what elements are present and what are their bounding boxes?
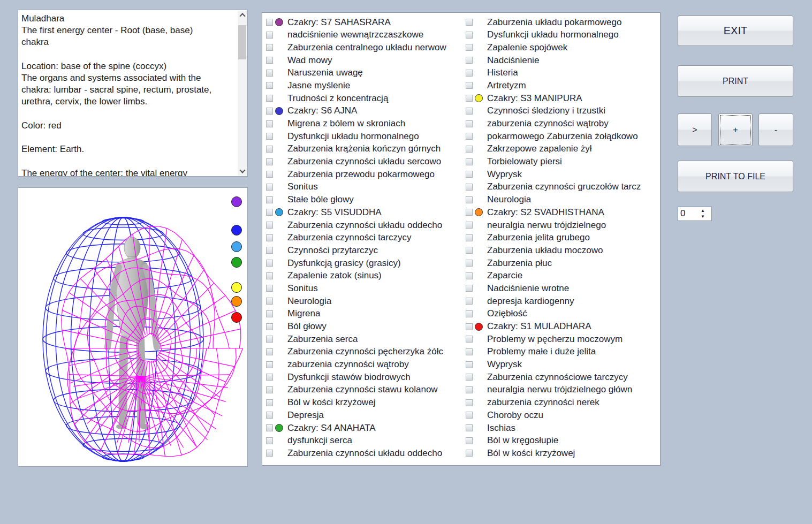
symptom-row[interactable]: Problemy małe i duże jelita bbox=[462, 346, 659, 359]
symptom-row[interactable]: Stałe bóle głowy bbox=[263, 194, 462, 207]
symptom-row[interactable]: Jasne myślenie bbox=[263, 79, 462, 92]
checkbox[interactable] bbox=[266, 285, 273, 292]
checkbox[interactable] bbox=[266, 323, 273, 330]
checkbox[interactable] bbox=[466, 32, 473, 39]
symptom-row[interactable]: Migrena bbox=[263, 308, 462, 321]
symptom-row[interactable]: Neurologia bbox=[263, 295, 462, 308]
info-scrollbar[interactable] bbox=[238, 11, 247, 176]
checkbox[interactable] bbox=[466, 44, 473, 51]
symptom-row[interactable]: Zaburzenia czynności układu oddecho bbox=[263, 219, 462, 232]
symptom-row[interactable]: Zaburzenia serca bbox=[263, 333, 462, 346]
print-to-file-button[interactable]: PRINT TO FILE bbox=[678, 161, 793, 192]
checkbox[interactable] bbox=[466, 171, 473, 178]
next-button[interactable]: > bbox=[678, 113, 712, 146]
checkbox[interactable] bbox=[266, 437, 273, 444]
symptom-row[interactable]: Zaburzenia jelita grubego bbox=[462, 232, 659, 245]
checkbox[interactable] bbox=[466, 323, 473, 330]
checkbox[interactable] bbox=[466, 247, 473, 254]
symptom-row[interactable]: zaburzenia czynności wątroby bbox=[263, 359, 462, 371]
symptom-row[interactable]: Zaburzenia czynności układu sercowo bbox=[263, 156, 462, 169]
symptom-row[interactable]: zaburzenia czynności nerek bbox=[462, 397, 659, 409]
symptom-row[interactable]: Ból w kręgosłupie bbox=[462, 435, 659, 447]
checkbox[interactable] bbox=[266, 82, 273, 89]
print-button[interactable]: PRINT bbox=[678, 65, 793, 97]
checkbox[interactable] bbox=[466, 184, 473, 191]
symptom-checklist[interactable]: Czakry: S7 SAHASRARAnadciśnienie wewnątr… bbox=[262, 12, 661, 466]
checkbox[interactable] bbox=[466, 133, 473, 140]
checkbox[interactable] bbox=[266, 108, 273, 115]
checkbox[interactable] bbox=[266, 272, 273, 279]
checkbox[interactable] bbox=[466, 209, 473, 216]
chakra-header-row[interactable]: Czakry: S1 MULADHARA bbox=[462, 321, 659, 333]
checkbox[interactable] bbox=[266, 348, 273, 355]
checkbox[interactable] bbox=[266, 361, 273, 368]
symptom-row[interactable]: neuralgia nerwu trójdzielnego główn bbox=[462, 384, 659, 397]
checkbox[interactable] bbox=[466, 272, 473, 279]
chakra-header-row[interactable]: Czakry: S7 SAHASRARA bbox=[263, 16, 462, 29]
symptom-row[interactable]: Dysfunkcji układu hormonalnego bbox=[462, 29, 659, 42]
exit-button[interactable]: EXIT bbox=[678, 16, 793, 46]
checkbox[interactable] bbox=[466, 399, 473, 406]
scrollbar-thumb[interactable] bbox=[238, 25, 246, 59]
symptom-row[interactable]: Wyprysk bbox=[462, 359, 659, 371]
symptom-row[interactable]: dysfunkcji serca bbox=[263, 435, 462, 447]
checkbox[interactable] bbox=[266, 247, 273, 254]
symptom-row[interactable]: Choroby oczu bbox=[462, 409, 659, 422]
checkbox[interactable] bbox=[466, 336, 473, 343]
symptom-row[interactable]: Wad mowy bbox=[263, 54, 462, 67]
checkbox[interactable] bbox=[266, 209, 273, 216]
symptom-row[interactable]: Torbielowaty piersi bbox=[462, 156, 659, 169]
symptom-row[interactable]: Problemy w pęcherzu moczowym bbox=[462, 333, 659, 346]
symptom-row[interactable]: Oziębłość bbox=[462, 308, 659, 321]
checkbox[interactable] bbox=[266, 171, 273, 178]
symptom-row[interactable]: Zapalenie spojówek bbox=[462, 41, 659, 54]
checkbox[interactable] bbox=[466, 120, 473, 127]
checkbox[interactable] bbox=[266, 158, 273, 165]
symptom-row[interactable]: Sonitus bbox=[263, 181, 462, 194]
symptom-row[interactable]: Trudności z koncentracją bbox=[263, 92, 462, 105]
checkbox[interactable] bbox=[266, 70, 273, 77]
checkbox[interactable] bbox=[466, 222, 473, 229]
symptom-row[interactable]: Zaburzenia czynności tarczycy bbox=[263, 232, 462, 245]
checkbox[interactable] bbox=[266, 450, 273, 457]
checkbox[interactable] bbox=[266, 146, 273, 153]
symptom-row[interactable]: Histeria bbox=[462, 67, 659, 80]
symptom-row[interactable]: Zaparcie bbox=[462, 270, 659, 283]
symptom-row[interactable]: Sonitus bbox=[263, 282, 462, 295]
symptom-row[interactable]: Depresja bbox=[263, 409, 462, 422]
symptom-row[interactable]: Zaburzenia krążenia kończyn górnych bbox=[263, 143, 462, 156]
checkbox[interactable] bbox=[466, 158, 473, 165]
checkbox[interactable] bbox=[466, 437, 473, 444]
symptom-row[interactable]: zaburzenia czynności wątroby bbox=[462, 118, 659, 131]
symptom-row[interactable]: Zaburzenia centralnego układu nerwow bbox=[263, 41, 462, 54]
symptom-row[interactable]: Zaburzenia czynności gruczołów tarcz bbox=[462, 181, 659, 194]
checkbox[interactable] bbox=[266, 44, 273, 51]
checkbox[interactable] bbox=[466, 82, 473, 89]
checkbox[interactable] bbox=[466, 424, 473, 431]
checkbox[interactable] bbox=[466, 260, 473, 267]
checkbox[interactable] bbox=[466, 348, 473, 355]
symptom-row[interactable]: Zaburzenia płuc bbox=[462, 257, 659, 270]
checkbox[interactable] bbox=[466, 19, 473, 26]
checkbox[interactable] bbox=[266, 234, 273, 241]
symptom-row[interactable]: Dysfunkcji układu hormonalnego bbox=[263, 130, 462, 143]
symptom-row[interactable]: Ból głowy bbox=[263, 321, 462, 333]
checkbox[interactable] bbox=[466, 361, 473, 368]
checkbox[interactable] bbox=[466, 57, 473, 64]
symptom-row[interactable]: Zaburzenia czynności stawu kolanow bbox=[263, 384, 462, 397]
chakra-info-textbox[interactable]: MuladharaThe first energy center - Root … bbox=[18, 10, 248, 177]
chakra-header-row[interactable]: Czakry: S4 ANAHATA bbox=[263, 422, 462, 435]
scroll-down-arrow-icon[interactable] bbox=[238, 166, 247, 176]
checkbox[interactable] bbox=[266, 32, 273, 39]
checkbox[interactable] bbox=[266, 95, 273, 102]
symptom-row[interactable]: Ból w kości krzyżowej bbox=[263, 397, 462, 409]
checkbox[interactable] bbox=[266, 298, 273, 305]
symptom-row[interactable]: Zapalenie zatok (sinus) bbox=[263, 270, 462, 283]
symptom-row[interactable]: Zaburzenia czynnościowe tarczycy bbox=[462, 371, 659, 384]
checkbox[interactable] bbox=[466, 95, 473, 102]
symptom-row[interactable]: Zaburzenia przewodu pokarmowego bbox=[263, 168, 462, 181]
checkbox[interactable] bbox=[466, 234, 473, 241]
symptom-row[interactable]: depresja kardiogenny bbox=[462, 295, 659, 308]
symptom-row[interactable]: Zaburzenia układu moczowo bbox=[462, 244, 659, 257]
checkbox[interactable] bbox=[466, 374, 473, 381]
